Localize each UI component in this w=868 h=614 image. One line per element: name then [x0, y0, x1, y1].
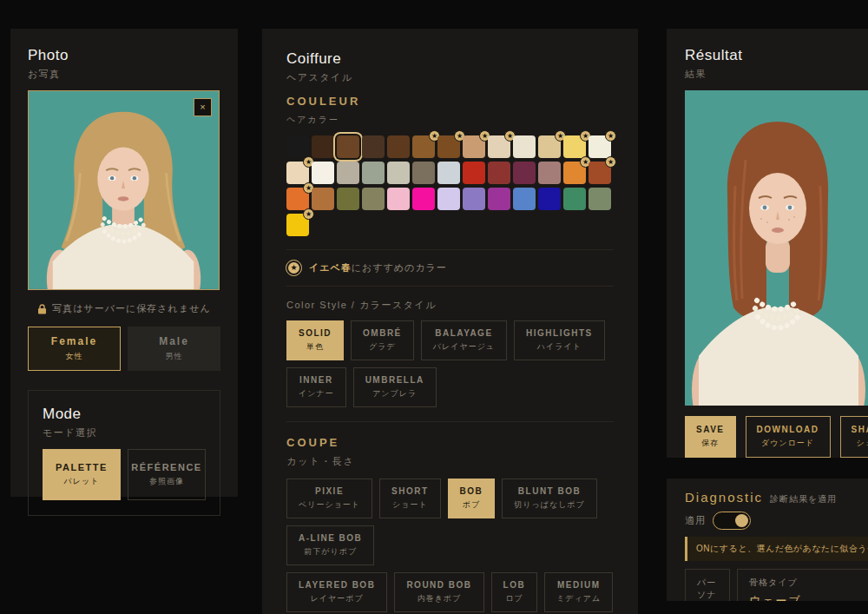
- color-swatch-31[interactable]: [387, 188, 410, 210]
- coupe-short[interactable]: SHORTショート: [379, 479, 441, 518]
- body-type-card: 骨格タイプ ウェーブ: [737, 569, 868, 601]
- option-label-en: SAVE: [696, 425, 725, 434]
- option-label-en: INNER: [299, 375, 333, 385]
- color-swatch-7[interactable]: ★: [437, 135, 460, 158]
- color-swatch-19[interactable]: [412, 162, 435, 184]
- color-swatch-29[interactable]: [337, 188, 359, 210]
- gender-male[interactable]: Male男性: [128, 327, 220, 371]
- color-swatch-9[interactable]: ★: [488, 135, 510, 158]
- color-swatch-6[interactable]: ★: [412, 135, 435, 158]
- color-swatch-1[interactable]: [286, 135, 309, 158]
- coupe-pixie[interactable]: PIXIEベリーショート: [286, 479, 372, 518]
- apply-toggle[interactable]: [713, 512, 751, 530]
- color-style-highlights[interactable]: HIGHLIGHTSハイライト: [514, 320, 605, 360]
- color-swatch-39[interactable]: [589, 188, 611, 210]
- color-swatch-12[interactable]: ★: [563, 135, 586, 158]
- color-swatch-2[interactable]: [312, 135, 334, 158]
- color-swatch-40[interactable]: ★: [286, 214, 309, 236]
- color-swatch-38[interactable]: [563, 188, 586, 210]
- color-style-umbrella[interactable]: UMBRELLAアンブレラ: [353, 367, 437, 407]
- diagnostic-results: パーソナルカラー イエベ春 骨格タイプ ウェーブ: [685, 569, 868, 601]
- coupe-medium[interactable]: MEDIUMミディアム: [544, 572, 613, 612]
- color-swatch-36[interactable]: [513, 188, 536, 210]
- color-swatch-26[interactable]: ★: [589, 162, 611, 184]
- action-save[interactable]: SAVE保存: [685, 416, 736, 458]
- color-style-balayage[interactable]: BALAYAGEバレイヤージュ: [421, 320, 507, 360]
- color-swatch-37[interactable]: [538, 188, 561, 210]
- option-label-en: BLUNT BOB: [518, 486, 581, 496]
- gender-female[interactable]: Female女性: [28, 327, 121, 371]
- color-swatch-24[interactable]: [538, 162, 561, 184]
- body-type-label: 骨格タイプ: [749, 577, 864, 589]
- color-swatch-3[interactable]: [337, 135, 359, 158]
- mode-r-f-rence[interactable]: RÉFÉRENCE参照画像: [128, 449, 206, 500]
- color-swatch-13[interactable]: ★: [589, 135, 611, 158]
- color-style-ombr[interactable]: OMBRÉグラデ: [351, 320, 414, 360]
- color-swatch-33[interactable]: [437, 188, 460, 210]
- color-swatch-27[interactable]: ★: [286, 188, 309, 210]
- coupe-options: PIXIEベリーショートSHORTショートBOBボブBLUNT BOB切りっぱな…: [286, 479, 614, 614]
- coupe-a-line-bob[interactable]: A-LINE BOB前下がりボブ: [286, 525, 374, 565]
- option-label-jp: アンブレラ: [372, 388, 417, 399]
- option-label-jp: パレット: [64, 476, 100, 487]
- color-swatch-16[interactable]: [337, 162, 359, 184]
- personal-color-card: パーソナルカラー イエベ春: [685, 569, 730, 601]
- photo-panel: Photo お写真 × 写真はサーバーに保存されませ: [10, 29, 238, 497]
- hair-color-swatches: ★★★★★★★★★★★★: [286, 135, 614, 236]
- color-swatch-4[interactable]: [362, 135, 385, 158]
- coupe-blunt-bob[interactable]: BLUNT BOB切りっぱなしボブ: [502, 479, 596, 518]
- option-label-jp: ミディアム: [556, 593, 601, 604]
- option-label-en: DOWNLOAD: [757, 425, 819, 434]
- color-swatch-11[interactable]: ★: [538, 135, 561, 158]
- option-label-en: Female: [51, 335, 97, 347]
- close-photo-button[interactable]: ×: [194, 98, 212, 116]
- color-swatch-17[interactable]: [362, 162, 385, 184]
- color-swatch-34[interactable]: [463, 188, 485, 210]
- option-label-en: PALETTE: [56, 462, 108, 472]
- color-swatch-14[interactable]: ★: [286, 162, 309, 184]
- coupe-layered-bob[interactable]: LAYERED BOBレイヤーボブ: [286, 572, 387, 612]
- option-label-en: RÉFÉRENCE: [131, 462, 201, 472]
- action-download[interactable]: DOWNLOADダウンロード: [746, 416, 831, 458]
- diagnostic-panel: Diagnostic 診断結果を適用 適用 ONにすると、選んだ色があなたに似合…: [667, 479, 868, 601]
- color-swatch-21[interactable]: [463, 162, 485, 184]
- color-swatch-22[interactable]: [488, 162, 510, 184]
- option-label-jp: 参照画像: [149, 476, 184, 487]
- mode-palette[interactable]: PALETTEパレット: [43, 449, 121, 500]
- color-swatch-20[interactable]: [437, 162, 460, 184]
- divider: [286, 286, 614, 287]
- result-panel: Résultat 結果 SAVE保存DOWNLOADダウンロードSHAREシェア: [667, 29, 868, 458]
- coupe-lob[interactable]: LOBロブ: [491, 572, 538, 612]
- star-icon: ★: [286, 261, 301, 275]
- color-swatch-10[interactable]: [513, 135, 536, 158]
- color-swatch-15[interactable]: [312, 162, 334, 184]
- color-swatch-28[interactable]: [312, 188, 334, 210]
- color-swatch-18[interactable]: [387, 162, 410, 184]
- legend-text: イエベ春におすすめのカラー: [309, 261, 447, 274]
- mode-selector: PALETTEパレットRÉFÉRENCE参照画像: [43, 449, 206, 500]
- color-swatch-25[interactable]: ★: [563, 162, 586, 184]
- option-label-en: BOB: [460, 486, 483, 496]
- result-image: [685, 90, 868, 406]
- privacy-note: 写真はサーバーに保存されません: [28, 302, 220, 315]
- couleur-heading: COULEUR: [286, 95, 614, 108]
- color-style-inner[interactable]: INNERインナー: [286, 367, 346, 407]
- color-style-solid[interactable]: SOLID単色: [286, 320, 344, 360]
- option-label-jp: インナー: [299, 388, 334, 399]
- color-swatch-32[interactable]: [412, 188, 435, 210]
- option-label-en: SHORT: [391, 486, 429, 496]
- option-label-en: MEDIUM: [557, 580, 601, 590]
- action-share[interactable]: SHAREシェア: [840, 416, 868, 458]
- coupe-round-bob[interactable]: ROUND BOB内巻きボブ: [394, 572, 483, 612]
- result-actions: SAVE保存DOWNLOADダウンロードSHAREシェア: [685, 416, 868, 458]
- color-swatch-5[interactable]: [387, 135, 410, 158]
- color-swatch-35[interactable]: [488, 188, 510, 210]
- recommended-star-icon: ★: [303, 208, 314, 220]
- coupe-bob[interactable]: BOBボブ: [448, 479, 496, 518]
- legend-highlight: イエベ春: [309, 262, 352, 273]
- option-label-jp: 内巻きボブ: [418, 593, 462, 604]
- color-swatch-30[interactable]: [362, 188, 385, 210]
- color-swatch-8[interactable]: ★: [463, 135, 485, 158]
- color-swatch-23[interactable]: [513, 162, 536, 184]
- option-label-jp: ハイライト: [537, 341, 582, 353]
